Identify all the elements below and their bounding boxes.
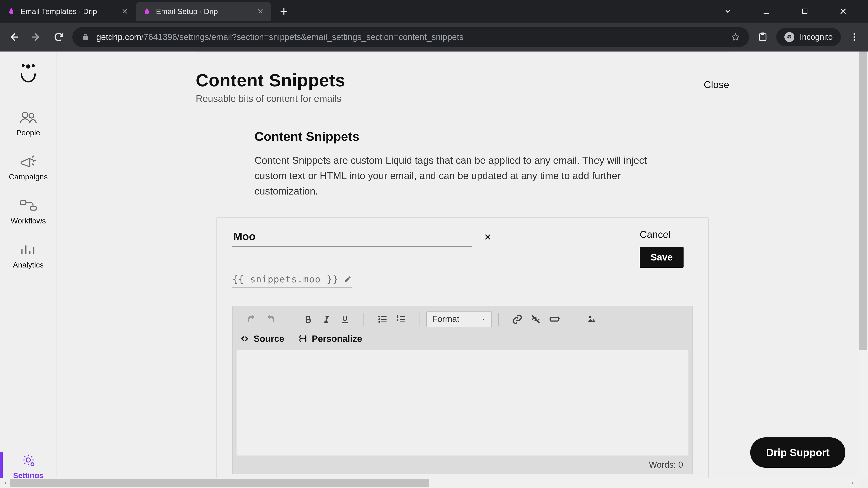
source-button[interactable]: Source (240, 334, 284, 344)
section-description: Content Snippets are custom Liquid tags … (254, 153, 671, 199)
extensions-icon[interactable] (754, 28, 772, 46)
svg-point-16 (31, 463, 34, 466)
window-controls (714, 2, 864, 20)
nav-reload-button[interactable] (50, 28, 68, 46)
bold-icon[interactable] (300, 311, 316, 327)
undo-icon[interactable] (244, 311, 260, 327)
sidebar-item-workflows[interactable]: Workflows (0, 189, 57, 233)
horizontal-scroll-thumb[interactable] (10, 479, 429, 487)
drip-support-button[interactable]: Drip Support (750, 437, 845, 468)
bookmark-star-icon[interactable] (731, 33, 740, 41)
nav-forward-button[interactable] (27, 28, 45, 46)
sidebar-item-campaigns[interactable]: Campaigns (0, 145, 57, 189)
tabs-dropdown-icon[interactable] (714, 2, 741, 20)
link-icon[interactable] (509, 311, 525, 327)
window-minimize-icon[interactable] (753, 2, 780, 20)
svg-point-30 (589, 316, 591, 318)
tab-close-icon[interactable] (256, 7, 265, 15)
personalize-button[interactable]: Personalize (298, 334, 362, 344)
liquid-tag-code: {{ snippets.moo }} (232, 274, 338, 285)
main-content: Content Snippets Reusable bits of conten… (57, 52, 868, 488)
new-tab-button[interactable] (276, 3, 292, 20)
word-count: Words: 0 (649, 460, 683, 470)
liquid-tag-row: {{ snippets.moo }} (232, 274, 352, 288)
sidebar-item-label: Workflows (11, 217, 46, 225)
scroll-right-icon[interactable] (848, 478, 858, 488)
svg-point-15 (26, 458, 31, 462)
svg-rect-22 (381, 322, 386, 322)
sidebar-item-label: People (16, 128, 40, 137)
close-link[interactable]: Close (704, 70, 730, 90)
svg-rect-21 (381, 319, 386, 320)
edit-pencil-icon[interactable] (344, 275, 351, 283)
incognito-icon (784, 32, 794, 42)
unlink-icon[interactable] (528, 311, 544, 327)
svg-rect-29 (550, 318, 558, 321)
svg-rect-14 (31, 206, 36, 210)
svg-point-11 (22, 112, 28, 118)
italic-icon[interactable] (318, 311, 335, 327)
svg-rect-28 (400, 322, 405, 322)
people-icon (18, 109, 38, 125)
sidebar-item-people[interactable]: People (0, 101, 57, 145)
bullet-list-icon[interactable] (374, 311, 391, 327)
button-icon[interactable] (546, 311, 562, 327)
chevron-down-icon (480, 317, 486, 322)
window-close-icon[interactable] (830, 2, 857, 20)
svg-point-18 (378, 318, 380, 320)
svg-point-8 (26, 64, 31, 69)
tab-title: Email Setup · Drip (156, 7, 252, 16)
personalize-label: Personalize (312, 334, 362, 344)
gear-icon (18, 452, 38, 468)
section-title: Content Snippets (254, 129, 671, 144)
svg-point-17 (378, 316, 380, 318)
editor-content-area[interactable] (237, 350, 688, 456)
vertical-scroll-thumb[interactable] (859, 52, 867, 350)
vertical-scrollbar[interactable] (858, 52, 868, 478)
format-dropdown[interactable]: Format (426, 311, 492, 327)
incognito-chip[interactable]: Incognito (776, 28, 841, 46)
page-header: Content Snippets Reusable bits of conten… (196, 52, 729, 104)
browser-tab-active[interactable]: Email Setup · Drip (135, 2, 271, 21)
nav-back-button[interactable] (4, 28, 23, 46)
horizontal-scrollbar[interactable] (0, 478, 858, 488)
clear-name-icon[interactable] (481, 230, 495, 244)
save-button[interactable]: Save (640, 247, 684, 268)
megaphone-icon (18, 153, 38, 169)
tab-strip: Email Templates · Drip Email Setup · Dri… (0, 0, 868, 23)
tab-close-icon[interactable] (121, 7, 129, 15)
browser-menu-icon[interactable] (845, 28, 864, 46)
snippet-card: Cancel Save {{ snippets.moo }} (216, 217, 709, 488)
sidebar-item-analytics[interactable]: Analytics (0, 233, 57, 278)
editor-toolbar-secondary: Source Personalize (233, 332, 692, 350)
svg-point-4 (789, 37, 792, 39)
browser-tab[interactable]: Email Templates · Drip (0, 2, 135, 21)
section-intro: Content Snippets Content Snippets are cu… (196, 129, 729, 199)
code-icon (240, 334, 250, 343)
personalize-icon (298, 334, 308, 343)
drip-favicon-icon (7, 7, 16, 16)
svg-point-12 (29, 113, 34, 118)
number-list-icon[interactable]: 123 (393, 311, 409, 327)
workflow-icon (18, 197, 38, 213)
format-label: Format (432, 314, 459, 324)
cancel-button[interactable]: Cancel (640, 229, 671, 240)
editor-toolbar: 123 Format (233, 306, 692, 332)
svg-point-6 (854, 36, 855, 38)
svg-rect-0 (802, 9, 807, 14)
url-text: getdrip.com/7641396/settings/email?secti… (96, 32, 724, 42)
scroll-left-icon[interactable] (0, 478, 10, 488)
svg-point-32 (302, 338, 304, 339)
page: People Campaigns Workflows Analytics Set… (0, 52, 868, 488)
redo-icon[interactable] (262, 311, 278, 327)
image-icon[interactable] (584, 311, 600, 327)
underline-icon[interactable] (337, 311, 353, 327)
drip-logo-icon[interactable] (17, 61, 39, 88)
svg-point-19 (378, 321, 380, 323)
address-bar[interactable]: getdrip.com/7641396/settings/email?secti… (72, 27, 749, 47)
window-maximize-icon[interactable] (791, 2, 818, 20)
editor-footer: Words: 0 (233, 456, 692, 474)
page-title: Content Snippets (196, 70, 345, 91)
svg-point-33 (303, 338, 305, 339)
snippet-name-input[interactable] (232, 229, 472, 247)
